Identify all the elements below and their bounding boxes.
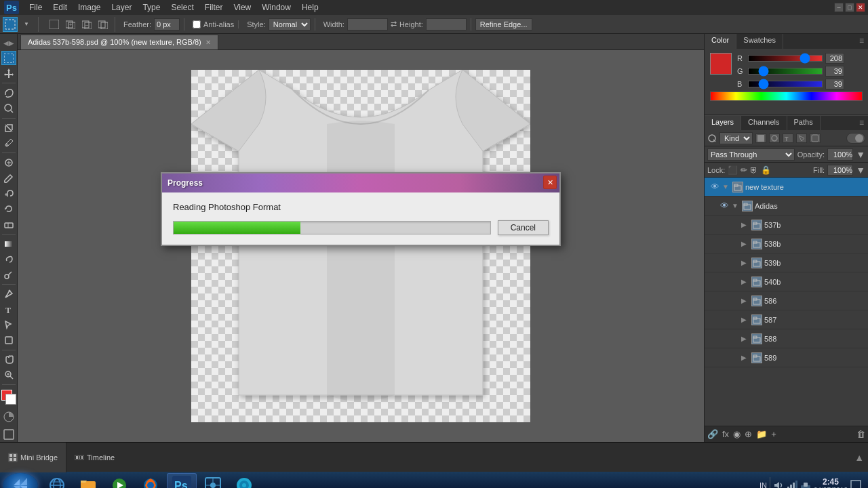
menu-file[interactable]: File (24, 1, 47, 14)
new-selection[interactable] (47, 17, 62, 32)
taskbar-ie[interactable] (42, 473, 72, 488)
cancel-button[interactable]: Cancel (498, 220, 549, 235)
add-selection[interactable]: + (63, 17, 78, 32)
taskbar-network[interactable] (198, 473, 228, 488)
layer-visibility-icon[interactable] (728, 333, 739, 344)
menu-select[interactable]: Select (166, 1, 198, 14)
marquee-options[interactable]: ▼ (19, 17, 34, 32)
filter-type-icon[interactable]: T (783, 134, 793, 143)
filter-smart-icon[interactable] (810, 134, 821, 143)
fill-input[interactable] (827, 165, 853, 176)
show-desktop-icon[interactable] (850, 480, 861, 488)
red-slider[interactable] (748, 55, 823, 62)
layer-expand-icon[interactable]: ▶ (741, 335, 749, 342)
filter-pixel-icon[interactable] (755, 134, 766, 143)
opacity-input[interactable] (827, 148, 853, 161)
green-value-input[interactable]: 39 (825, 66, 844, 77)
taskbar-browser2[interactable] (229, 473, 259, 488)
clone-stamp-tool[interactable] (1, 186, 16, 201)
zoom-tool[interactable] (1, 368, 16, 383)
menu-layer[interactable]: Layer (106, 1, 136, 14)
filter-shape-icon[interactable] (796, 134, 807, 143)
layer-expand-icon[interactable]: ▶ (741, 354, 749, 361)
history-brush-tool[interactable] (1, 201, 16, 216)
taskbar-explorer[interactable] (73, 473, 103, 488)
path-select-tool[interactable] (1, 317, 16, 332)
menu-filter[interactable]: Filter (200, 1, 228, 14)
intersect-selection[interactable] (96, 17, 111, 32)
layer-expand-icon[interactable]: ▶ (741, 278, 749, 285)
text-tool[interactable]: T (1, 302, 16, 317)
color-tab[interactable]: Color (705, 34, 736, 49)
quick-select-tool[interactable] (1, 101, 16, 116)
layer-visibility-icon[interactable] (728, 296, 739, 306)
taskbar-firefox[interactable] (136, 473, 165, 488)
healing-brush-tool[interactable] (1, 155, 16, 170)
menu-edit[interactable]: Edit (48, 1, 72, 14)
start-button[interactable] (3, 473, 38, 488)
new-group-icon[interactable]: 📁 (756, 429, 767, 439)
new-layer-icon[interactable]: + (771, 429, 776, 439)
blend-mode-select[interactable]: Pass Through (707, 148, 795, 161)
maximize-button[interactable]: □ (845, 3, 854, 12)
layer-expand-icon[interactable]: ▼ (722, 183, 730, 190)
eraser-tool[interactable] (1, 217, 16, 232)
layer-visibility-icon[interactable] (728, 277, 739, 287)
layer-expand-icon[interactable]: ▶ (741, 221, 749, 228)
layer-item[interactable]: 👁 ▼ Adidas (705, 197, 868, 216)
bottom-expand-icon[interactable]: ▲ (850, 452, 868, 463)
layers-tab[interactable]: Layers (705, 116, 741, 130)
height-input[interactable] (426, 18, 467, 30)
move-tool[interactable] (1, 66, 16, 81)
brush-tool[interactable] (1, 171, 16, 186)
subtract-selection[interactable]: – (79, 17, 94, 32)
opacity-slider-arrow[interactable]: ▼ (856, 149, 865, 160)
fill-slider-arrow[interactable]: ▼ (856, 165, 865, 176)
color-swatches[interactable] (1, 390, 16, 405)
swap-dimensions-icon[interactable]: ⇄ (391, 20, 397, 28)
network-status-icon[interactable] (787, 480, 797, 488)
close-tab-icon[interactable]: ✕ (205, 39, 211, 46)
feather-input[interactable] (154, 18, 180, 30)
add-mask-icon[interactable]: ◉ (733, 429, 741, 439)
layer-visibility-icon[interactable]: 👁 (719, 201, 730, 211)
layer-expand-icon[interactable]: ▶ (741, 297, 749, 304)
layer-item[interactable]: ▶ 538b (705, 235, 868, 253)
blur-tool[interactable] (1, 251, 16, 266)
channels-tab[interactable]: Channels (741, 116, 787, 130)
layer-visibility-icon[interactable]: 👁 (709, 182, 720, 192)
progress-close-button[interactable]: ✕ (543, 176, 557, 189)
new-fill-adjustment-icon[interactable]: ⊕ (745, 429, 752, 439)
color-spectrum-bar[interactable] (710, 92, 863, 101)
menu-window[interactable]: Window (257, 1, 296, 14)
layer-item[interactable]: ▶ 540b (705, 272, 868, 291)
color-preview-swatch[interactable] (710, 53, 732, 75)
menu-image[interactable]: Image (73, 1, 105, 14)
layers-panel-menu[interactable]: ≡ (855, 116, 868, 130)
timeline-tab[interactable]: Timeline (66, 443, 123, 472)
layer-item[interactable]: ▶ 537b (705, 216, 868, 235)
swatches-tab[interactable]: Swatches (736, 34, 783, 49)
red-value-input[interactable]: 208 (825, 53, 844, 64)
add-layer-style-icon[interactable]: fx (722, 429, 729, 439)
lock-artboards-icon[interactable]: ⛨ (750, 165, 758, 175)
taskbar-media[interactable] (104, 473, 134, 488)
layer-expand-icon[interactable]: ▶ (741, 259, 749, 266)
link-layers-icon[interactable]: 🔗 (707, 429, 718, 439)
screen-mode[interactable] (1, 427, 16, 442)
layer-item[interactable]: ▶ 586 (705, 291, 868, 310)
color-panel-menu[interactable]: ≡ (855, 34, 868, 49)
shape-tool[interactable] (1, 333, 16, 348)
background-color[interactable] (5, 394, 16, 405)
blue-value-input[interactable]: 39 (825, 79, 844, 89)
menu-type[interactable]: Type (138, 1, 165, 14)
layer-item[interactable]: ▶ 539b (705, 253, 868, 272)
hand-tool[interactable] (1, 352, 16, 367)
lock-position-icon[interactable]: ✏ (741, 165, 747, 175)
volume-icon[interactable] (773, 480, 784, 488)
rectangular-marquee-tool[interactable] (1, 51, 16, 66)
mini-bridge-tab[interactable]: Mini Bridge (0, 443, 66, 472)
delete-layer-icon[interactable]: 🗑 (856, 429, 865, 439)
filter-adjust-icon[interactable] (769, 134, 780, 143)
layer-expand-icon[interactable]: ▶ (741, 240, 749, 247)
